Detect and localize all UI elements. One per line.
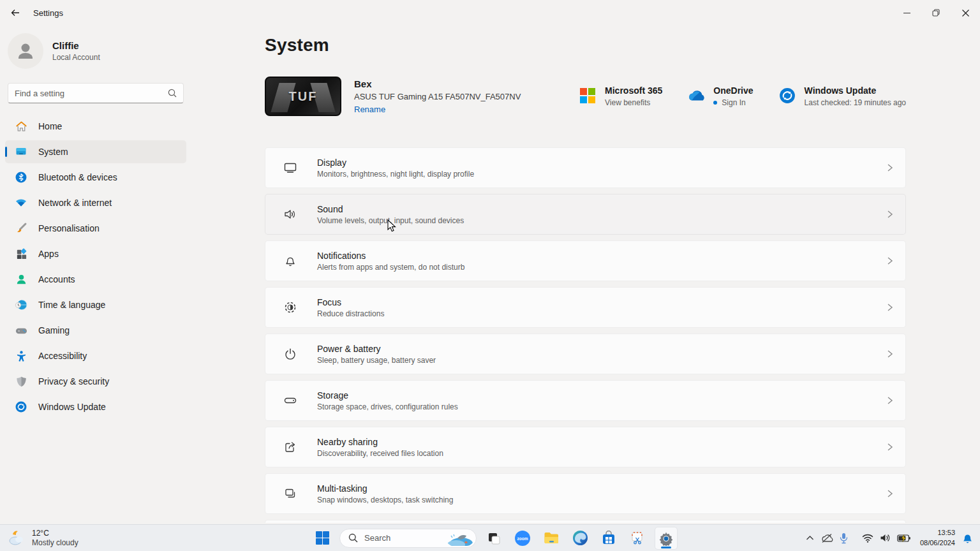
window-title: Settings [33, 8, 63, 18]
search-label: Search [364, 533, 446, 543]
quick-card-onedrive[interactable]: OneDrive Sign In [687, 85, 753, 107]
settings-row-multi-tasking[interactable]: Multi-taskingSnap windows, desktops, tas… [265, 473, 906, 514]
chevron-right-icon [886, 163, 894, 172]
minimize-icon [903, 10, 910, 17]
display-icon [283, 161, 297, 175]
taskbar: 12°C Mostly cloudy Search zoom [0, 524, 980, 551]
wifi-icon [862, 534, 873, 543]
network-icon [14, 196, 28, 210]
volume-tray-button[interactable] [877, 527, 894, 550]
onedrive-tray-button[interactable] [817, 527, 836, 550]
device-model: ASUS TUF Gaming A15 FA507NV_FA507NV [354, 92, 521, 101]
settings-row-storage[interactable]: StorageStorage space, drives, configurat… [265, 380, 906, 421]
restore-button[interactable] [921, 0, 951, 26]
settings-row-sound[interactable]: SoundVolume levels, output, input, sound… [265, 194, 906, 235]
sidebar-item-windows-update[interactable]: Windows Update [5, 395, 186, 418]
chevron-up-icon [806, 535, 814, 541]
person-icon [15, 40, 36, 62]
settings-row-nearby-sharing[interactable]: Nearby sharingDiscoverability, received … [265, 427, 906, 467]
device-name: Bex [354, 78, 521, 89]
back-button[interactable] [5, 3, 26, 22]
home-icon [14, 119, 28, 133]
system-icon [14, 145, 28, 159]
sidebar-item-system[interactable]: System [5, 140, 186, 163]
settings-row-display[interactable]: DisplayMonitors, brightness, night light… [265, 147, 906, 188]
tray-date: 08/06/2024 [920, 538, 955, 548]
storage-icon [283, 393, 297, 408]
status-dot [713, 101, 717, 105]
sidebar-item-accessibility[interactable]: Accessibility [5, 344, 186, 367]
microsoft-store-button[interactable] [597, 527, 620, 550]
chevron-right-icon [886, 349, 894, 358]
edge-button[interactable] [568, 527, 591, 550]
svg-text:zoom: zoom [517, 536, 528, 540]
personalisation-icon [14, 221, 28, 235]
network-tray-button[interactable] [859, 527, 877, 550]
bluetooth-icon [14, 170, 28, 184]
taskbar-search[interactable]: Search [339, 529, 477, 548]
minimize-button[interactable] [892, 0, 921, 26]
start-button[interactable] [311, 527, 334, 550]
find-setting-searchbox[interactable] [8, 83, 184, 103]
sidebar-item-accounts[interactable]: Accounts [5, 268, 186, 291]
back-arrow-icon [10, 8, 20, 18]
clock-widget[interactable]: 13:53 08/06/2024 [920, 528, 955, 548]
file-explorer-button[interactable] [540, 527, 563, 550]
tray-time: 13:53 [920, 528, 955, 538]
sidebar-nav: Home System Bluetooth & devices Network … [5, 115, 186, 418]
sidebar-item-apps[interactable]: Apps [5, 242, 186, 265]
microsoft-365-icon [578, 86, 597, 105]
privacy-security-icon [14, 374, 28, 388]
search-input[interactable] [15, 89, 168, 98]
search-icon [168, 89, 177, 98]
quick-cards: Microsoft 365 View benefits OneDrive Sig… [578, 85, 906, 107]
speaker-icon [880, 533, 891, 543]
account-type: Local Account [52, 53, 100, 62]
accessibility-icon [14, 349, 28, 363]
settings-row-notifications[interactable]: NotificationsAlerts from apps and system… [265, 240, 906, 281]
sound-icon [283, 207, 297, 221]
device-header: TUF Bex ASUS TUF Gaming A15 FA507NV_FA50… [265, 77, 906, 116]
tray-overflow-button[interactable] [803, 527, 817, 550]
sidebar-item-personalisation[interactable]: Personalisation [5, 217, 186, 240]
gaming-icon [14, 323, 28, 337]
power-icon [283, 347, 297, 361]
zoom-app-button[interactable]: zoom [511, 527, 534, 550]
weather-widget[interactable]: 12°C Mostly cloudy [6, 529, 78, 547]
chevron-right-icon [886, 303, 894, 312]
rename-link[interactable]: Rename [354, 105, 385, 114]
search-icon [348, 533, 358, 543]
device-image: TUF [265, 77, 341, 116]
sidebar-item-time-language[interactable]: Time & language [5, 293, 186, 316]
task-view-button[interactable] [482, 527, 505, 550]
sidebar-item-home[interactable]: Home [5, 115, 186, 138]
close-button[interactable] [951, 0, 980, 26]
system-tray: 13:53 08/06/2024 [803, 527, 976, 550]
settings-row-focus[interactable]: FocusReduce distractions [265, 287, 906, 328]
main-content: System TUF Bex ASUS TUF Gaming A15 FA507… [191, 26, 980, 524]
settings-window: Settings Cliffie Local Account [0, 0, 980, 551]
battery-charging-icon [897, 534, 910, 542]
quick-card-microsoft-365[interactable]: Microsoft 365 View benefits [578, 85, 662, 107]
weather-condition: Mostly cloudy [32, 538, 78, 547]
sidebar-item-bluetooth-devices[interactable]: Bluetooth & devices [5, 166, 186, 189]
restore-icon [932, 9, 940, 17]
settings-app-button[interactable] [655, 527, 678, 550]
snipping-tool-button[interactable] [626, 527, 649, 550]
apps-icon [14, 247, 28, 261]
sidebar-item-network-internet[interactable]: Network & internet [5, 191, 186, 214]
microphone-tray-button[interactable] [836, 527, 851, 550]
settings-row-power-battery[interactable]: Power & batterySleep, battery usage, bat… [265, 334, 906, 374]
windows-update-icon [14, 400, 28, 414]
nearby-sharing-icon [283, 440, 297, 454]
quick-card-windows-update[interactable]: Windows Update Last checked: 19 minutes … [778, 85, 906, 107]
sidebar-item-gaming[interactable]: Gaming [5, 319, 186, 342]
account-card[interactable]: Cliffie Local Account [5, 31, 186, 78]
avatar [8, 33, 43, 69]
battery-tray-button[interactable] [894, 527, 914, 550]
sidebar-item-privacy-security[interactable]: Privacy & security [5, 370, 186, 393]
notifications-tray-button[interactable] [959, 527, 976, 550]
weather-icon [6, 529, 27, 547]
windows-logo-icon [315, 531, 330, 545]
settings-row-partial[interactable] [265, 520, 906, 523]
